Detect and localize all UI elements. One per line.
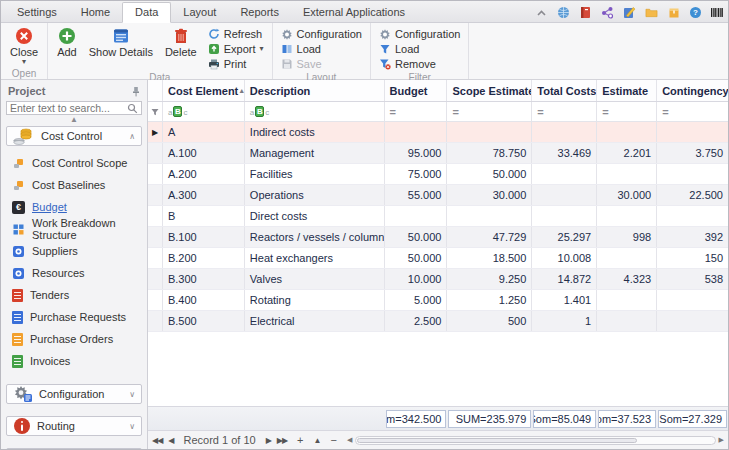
scroll-left-icon[interactable]: ◀: [347, 436, 352, 444]
table-row[interactable]: B Direct costs: [148, 206, 728, 227]
purchase-orders-file-icon: [12, 333, 23, 346]
table-row[interactable]: B.400 Rotating 5.000 1.250 1.401: [148, 290, 728, 311]
sidebar-group-overviews[interactable]: Overviews ∨: [6, 448, 142, 449]
sidebar-search[interactable]: [6, 101, 142, 115]
last-record-button[interactable]: ▶▶: [277, 436, 287, 445]
first-record-button[interactable]: ◀◀: [152, 436, 162, 445]
horizontal-scrollbar[interactable]: ◀ ▶: [347, 436, 724, 445]
funnel-remove-icon: [379, 58, 391, 70]
column-header-estimate[interactable]: Estimate: [597, 80, 657, 101]
help-icon[interactable]: ?: [689, 6, 702, 19]
table-row[interactable]: B.300 Valves 10.000 9.250 14.872 4.323 5…: [148, 269, 728, 290]
filter-cell-total-costs[interactable]: =: [532, 102, 597, 121]
sidebar-item-work-breakdown-structure[interactable]: Work Breakdown Structure: [12, 218, 142, 240]
filter-cell-cost-element[interactable]: aBc: [163, 102, 245, 121]
package-icon[interactable]: [667, 6, 680, 19]
table-row[interactable]: B.100 Reactors / vessels / columns 50.00…: [148, 227, 728, 248]
column-header-scope-estimate[interactable]: Scope Estimate: [447, 80, 532, 101]
print-button[interactable]: Print: [204, 56, 268, 71]
scroll-right-icon[interactable]: ▶: [719, 436, 724, 444]
table-row[interactable]: B.500 Electrical 2.500 500 1: [148, 311, 728, 332]
sidebar-group-cost-control[interactable]: Cost Control ∧: [6, 126, 142, 146]
record-navigator: ◀◀ ◀ Record 1 of 10 ▶ ▶▶ + ▲ − ◀ ▶: [148, 430, 728, 449]
sidebar-item-suppliers[interactable]: Suppliers: [12, 240, 142, 262]
search-icon[interactable]: [127, 103, 138, 114]
column-header-description[interactable]: Description: [245, 80, 385, 101]
filter-remove-button[interactable]: Remove: [375, 56, 464, 71]
edit-record-button[interactable]: ▲: [314, 436, 321, 445]
export-dropdown-caret[interactable]: ▾: [260, 46, 264, 52]
sidebar-item-tenders[interactable]: Tenders: [12, 284, 142, 306]
filter-cell-contingency[interactable]: =: [657, 102, 728, 121]
edit-note-icon[interactable]: [623, 6, 636, 19]
search-input[interactable]: [10, 102, 127, 114]
column-header-total-costs[interactable]: Total Costs: [532, 80, 597, 101]
sidebar-item-purchase-requests[interactable]: Purchase Requests: [12, 306, 142, 328]
scrollbar-track[interactable]: [355, 436, 715, 445]
delete-button[interactable]: Delete: [160, 25, 202, 60]
table-row[interactable]: A.200 Facilities 75.000 50.000: [148, 164, 728, 185]
table-row[interactable]: A.300 Operations 55.000 30.000 30.000 22…: [148, 185, 728, 206]
tab-reports[interactable]: Reports: [228, 3, 291, 22]
filter-configuration-label: Configuration: [395, 28, 460, 40]
tab-layout[interactable]: Layout: [171, 3, 228, 22]
column-header-cost-element[interactable]: Cost Element ▲: [163, 80, 245, 101]
table-row[interactable]: ▶ A Indirect costs: [148, 122, 728, 143]
sidebar-item-purchase-orders[interactable]: Purchase Orders: [12, 328, 142, 350]
filter-cell-description[interactable]: aBc: [245, 102, 385, 121]
tab-data[interactable]: Data: [122, 2, 171, 23]
sidebar-item-resources[interactable]: Resources: [12, 262, 142, 284]
append-record-button[interactable]: +: [293, 434, 307, 446]
pin-icon[interactable]: [132, 86, 140, 97]
sidebar-scroll-up[interactable]: ▲: [6, 115, 142, 124]
add-button[interactable]: Add: [52, 25, 82, 60]
globe-icon[interactable]: [557, 6, 570, 19]
filter-cell-scope-estimate[interactable]: =: [447, 102, 532, 121]
previous-record-button[interactable]: ◀: [168, 436, 173, 445]
sidebar-group-label: Configuration: [39, 388, 123, 400]
filter-cell-budget[interactable]: =: [385, 102, 448, 121]
table-row[interactable]: A.100 Management 95.000 78.750 33.469 2.…: [148, 143, 728, 164]
blocks-icon: [12, 157, 25, 170]
table-row[interactable]: B.200 Heat exchangers 50.000 18.500 10.0…: [148, 248, 728, 269]
tab-external-applications[interactable]: External Applications: [291, 3, 417, 22]
layout-configuration-button[interactable]: Configuration: [277, 26, 366, 41]
summary-scope-estimate: SUM=235.979: [448, 410, 531, 428]
layout-load-button[interactable]: Load: [277, 41, 366, 56]
manual-book-icon[interactable]: [579, 6, 592, 19]
close-button[interactable]: Close ▾: [5, 25, 43, 67]
add-icon: [58, 27, 76, 45]
blocks-icon: [12, 179, 25, 192]
collapse-ribbon-icon[interactable]: [535, 6, 548, 19]
sidebar-item-cost-control-scope[interactable]: Cost Control Scope: [12, 152, 142, 174]
filter-configuration-button[interactable]: Configuration: [375, 26, 464, 41]
folder-icon[interactable]: [645, 6, 658, 19]
close-dropdown-caret[interactable]: ▾: [22, 59, 26, 65]
show-details-button[interactable]: Show Details: [84, 25, 158, 60]
layout-load-label: Load: [297, 43, 321, 55]
sidebar-item-cost-baselines[interactable]: Cost Baselines: [12, 174, 142, 196]
chevron-up-icon[interactable]: ∧: [129, 132, 135, 141]
refresh-button[interactable]: Refresh: [204, 26, 268, 41]
filter-cell-estimate[interactable]: =: [597, 102, 657, 121]
record-counter: Record 1 of 10: [179, 434, 259, 446]
column-header-budget[interactable]: Budget: [385, 80, 448, 101]
delete-record-button[interactable]: −: [326, 434, 340, 446]
sidebar-group-routing[interactable]: Routing ∨: [6, 416, 142, 436]
filter-load-button[interactable]: Load: [375, 41, 464, 56]
export-button[interactable]: Export ▾: [204, 41, 268, 56]
sidebar-item-budget[interactable]: € Budget: [12, 196, 142, 218]
refresh-icon: [208, 28, 220, 40]
next-record-button[interactable]: ▶: [266, 436, 271, 445]
chevron-down-icon[interactable]: ∨: [129, 390, 135, 399]
chevron-down-icon[interactable]: ∨: [129, 422, 135, 431]
sidebar-item-invoices[interactable]: Invoices: [12, 350, 142, 372]
sidebar-group-configuration[interactable]: Configuration ∨: [6, 384, 142, 404]
tab-settings[interactable]: Settings: [5, 3, 69, 22]
column-header-contingency[interactable]: Contingency: [657, 80, 728, 101]
tab-home[interactable]: Home: [69, 3, 122, 22]
layout-save-button[interactable]: Save: [277, 56, 366, 71]
share-nodes-icon[interactable]: [601, 6, 614, 19]
scrollbar-thumb[interactable]: [357, 438, 636, 443]
barcode-icon[interactable]: [711, 6, 724, 19]
